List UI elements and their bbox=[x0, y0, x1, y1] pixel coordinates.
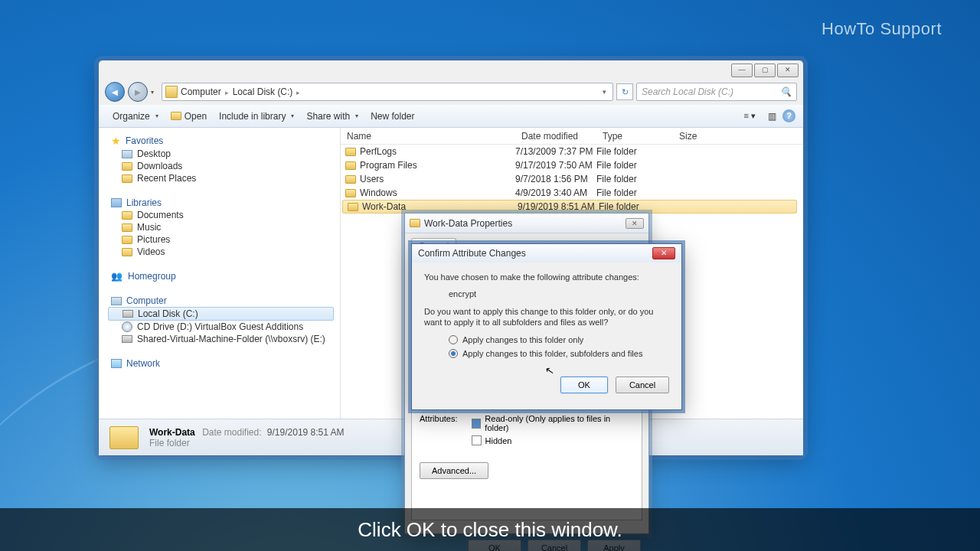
computer-icon bbox=[111, 297, 122, 305]
folder-icon bbox=[345, 175, 356, 184]
network-icon bbox=[111, 359, 122, 368]
watermark: HowTo Support bbox=[822, 19, 942, 39]
status-type: File folder bbox=[149, 438, 345, 448]
organize-menu[interactable]: Organize bbox=[106, 109, 165, 124]
table-row[interactable]: Windows4/9/2019 3:40 AMFile folder bbox=[341, 186, 803, 200]
folder-icon bbox=[348, 203, 358, 211]
computer-icon bbox=[165, 86, 178, 98]
videos-icon bbox=[122, 248, 132, 256]
table-row[interactable]: Users9/7/2018 1:56 PMFile folder bbox=[341, 172, 803, 186]
sidebar-item-desktop[interactable]: Desktop bbox=[108, 148, 340, 160]
close-button[interactable]: ✕ bbox=[777, 64, 799, 77]
folder-icon bbox=[345, 161, 356, 170]
column-size[interactable]: Size bbox=[673, 131, 719, 142]
column-date[interactable]: Date modified bbox=[515, 131, 596, 142]
search-placeholder: Search Local Disk (C:) bbox=[642, 86, 733, 97]
status-date: 9/19/2019 8:51 AM bbox=[267, 427, 345, 438]
sidebar-libraries-head[interactable]: Libraries bbox=[108, 197, 340, 209]
share-with-menu[interactable]: Share with bbox=[300, 109, 364, 124]
radio-folder-only[interactable]: Apply changes to this folder only bbox=[449, 335, 669, 344]
sidebar-item-local-disk[interactable]: Local Disk (C:) bbox=[108, 307, 334, 321]
folder-icon bbox=[410, 219, 420, 227]
column-type[interactable]: Type bbox=[596, 131, 673, 142]
sidebar-item-recent[interactable]: Recent Places bbox=[108, 172, 340, 184]
readonly-checkbox[interactable]: Read-only (Only applies to files in fold… bbox=[472, 414, 634, 432]
table-row[interactable]: Work-Data9/19/2019 8:51 AMFile folder bbox=[342, 200, 797, 214]
recent-icon bbox=[122, 174, 132, 183]
drive-icon bbox=[122, 310, 133, 318]
status-date-label: Date modified: bbox=[202, 427, 261, 438]
confirm-text-2: Do you want to apply this change to this… bbox=[424, 306, 669, 328]
documents-icon bbox=[122, 211, 132, 220]
sidebar-favorites-head[interactable]: ★Favorites bbox=[108, 134, 340, 148]
checkbox-icon bbox=[472, 435, 482, 445]
search-input[interactable]: Search Local Disk (C:) 🔍 bbox=[636, 83, 797, 101]
minimize-button[interactable]: — bbox=[731, 64, 753, 77]
downloads-icon bbox=[122, 162, 132, 171]
cd-icon bbox=[122, 321, 132, 332]
folder-icon bbox=[345, 148, 356, 156]
crumb-root[interactable]: Computer bbox=[181, 86, 233, 97]
sidebar-item-shared-folder[interactable]: Shared-Virtual-Machine-Folder (\\vboxsrv… bbox=[108, 333, 340, 345]
hidden-checkbox[interactable]: Hidden bbox=[472, 435, 634, 445]
sidebar-item-music[interactable]: Music bbox=[108, 221, 340, 233]
confirm-title: Confirm Attribute Changes bbox=[418, 248, 526, 259]
status-name: Work-Data bbox=[149, 427, 195, 438]
homegroup-icon: 👥 bbox=[111, 271, 123, 282]
sidebar: ★Favorites Desktop Downloads Recent Plac… bbox=[99, 128, 341, 419]
new-folder-button[interactable]: New folder bbox=[364, 109, 420, 124]
include-library-menu[interactable]: Include in library bbox=[213, 109, 300, 124]
folder-icon bbox=[345, 189, 356, 197]
search-icon: 🔍 bbox=[780, 86, 792, 97]
cursor-icon: ↖ bbox=[544, 364, 556, 377]
properties-title: Work-Data Properties bbox=[424, 218, 512, 229]
back-button[interactable]: ◄ bbox=[105, 82, 125, 102]
checkbox-icon bbox=[472, 419, 482, 429]
radio-icon bbox=[449, 335, 458, 344]
confirm-close-button[interactable]: ✕ bbox=[652, 247, 675, 259]
column-name[interactable]: Name bbox=[341, 131, 515, 142]
nav-history-drop[interactable]: ▾ bbox=[151, 89, 158, 96]
forward-button[interactable]: ► bbox=[128, 82, 148, 102]
sidebar-item-pictures[interactable]: Pictures bbox=[108, 233, 340, 246]
sidebar-computer-head[interactable]: Computer bbox=[108, 295, 340, 307]
music-icon bbox=[122, 223, 132, 232]
properties-close-button[interactable]: ✕ bbox=[626, 218, 644, 229]
refresh-button[interactable]: ↻ bbox=[616, 83, 633, 100]
sidebar-network[interactable]: Network bbox=[108, 357, 340, 370]
network-drive-icon bbox=[122, 335, 132, 343]
sidebar-item-documents[interactable]: Documents bbox=[108, 209, 340, 221]
table-row[interactable]: PerfLogs7/13/2009 7:37 PMFile folder bbox=[341, 145, 803, 158]
star-icon: ★ bbox=[111, 135, 121, 147]
toolbar: Organize Open Include in library Share w… bbox=[99, 105, 803, 128]
advanced-button[interactable]: Advanced... bbox=[420, 462, 488, 479]
view-menu[interactable]: ≡ ▾ bbox=[738, 109, 762, 123]
sidebar-item-videos[interactable]: Videos bbox=[108, 246, 340, 258]
subtitle: Click OK to close this window. bbox=[0, 508, 980, 551]
confirm-change: encrypt bbox=[424, 289, 669, 299]
open-button[interactable]: Open bbox=[165, 109, 213, 124]
confirm-dialog: Confirm Attribute Changes ✕ You have cho… bbox=[411, 243, 682, 410]
pictures-icon bbox=[122, 236, 132, 244]
chevron-down-icon[interactable]: ▾ bbox=[603, 88, 609, 96]
preview-pane-button[interactable]: ▥ bbox=[762, 109, 782, 124]
confirm-ok-button[interactable]: OK bbox=[560, 377, 608, 393]
folder-icon bbox=[171, 112, 181, 120]
sidebar-homegroup[interactable]: 👥Homegroup bbox=[108, 270, 340, 282]
confirm-text-1: You have chosen to make the following at… bbox=[424, 272, 669, 282]
help-icon[interactable]: ? bbox=[782, 109, 795, 122]
sidebar-item-downloads[interactable]: Downloads bbox=[108, 160, 340, 172]
maximize-button[interactable]: ▢ bbox=[754, 64, 776, 77]
table-row[interactable]: Program Files9/17/2019 7:50 AMFile folde… bbox=[341, 158, 803, 172]
attributes-label: Attributes: bbox=[420, 414, 458, 423]
sidebar-item-cd-drive[interactable]: CD Drive (D:) VirtualBox Guest Additions bbox=[108, 321, 340, 333]
breadcrumb[interactable]: Computer Local Disk (C:) ▾ bbox=[162, 83, 613, 101]
crumb-drive[interactable]: Local Disk (C:) bbox=[233, 86, 305, 97]
confirm-cancel-button[interactable]: Cancel bbox=[616, 377, 669, 393]
radio-folder-subfolders[interactable]: Apply changes to this folder, subfolders… bbox=[449, 349, 669, 358]
folder-icon bbox=[109, 426, 139, 449]
libraries-icon bbox=[111, 198, 122, 207]
desktop-icon bbox=[122, 150, 132, 158]
radio-icon bbox=[449, 349, 458, 358]
